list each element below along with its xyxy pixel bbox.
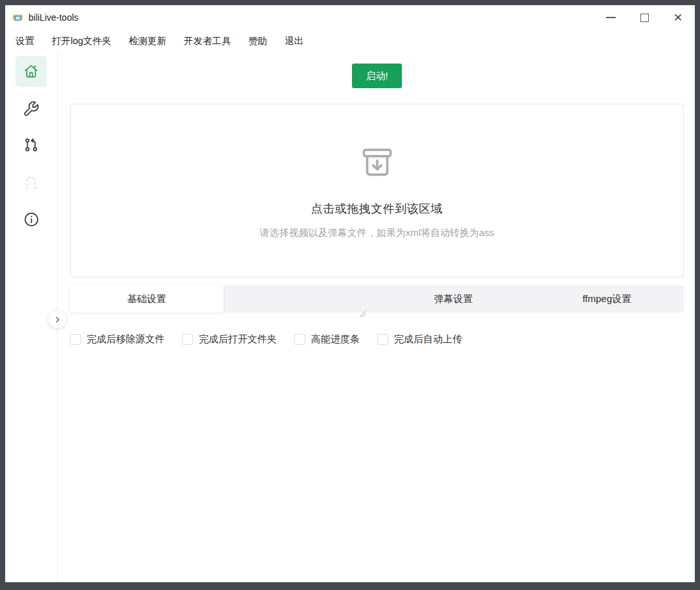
- menu-item-exit[interactable]: 退出: [285, 35, 303, 47]
- option-auto-upload[interactable]: 完成后自动上传: [377, 333, 462, 346]
- main-panel: 启动! 点击或拖拽文件到该区域 请选择视频以及弹幕文件，如果为xml将自动转换为…: [58, 52, 695, 582]
- app-window: biliLive-tools ✕ 设置 打开log文件夹 检测更新 开发者工具 …: [0, 0, 700, 590]
- checkbox-highlight-progressbar[interactable]: [294, 334, 305, 345]
- menu-item-devtools[interactable]: 开发者工具: [184, 35, 231, 47]
- menu-item-check-update[interactable]: 检测更新: [129, 35, 167, 47]
- option-open-folder[interactable]: 完成后打开文件夹: [182, 333, 277, 346]
- checkbox-auto-upload[interactable]: [377, 334, 388, 345]
- dropzone-subtitle: 请选择视频以及弹幕文件，如果为xml将自动转换为ass: [260, 227, 495, 239]
- dropzone-title: 点击或拖拽文件到该区域: [311, 201, 443, 217]
- option-label: 高能进度条: [311, 333, 360, 346]
- info-icon: [23, 211, 40, 228]
- tab-basic-settings[interactable]: 基础设置: [70, 285, 224, 313]
- option-label: 完成后打开文件夹: [199, 333, 277, 346]
- options-row: 完成后移除源文件 完成后打开文件夹 高能进度条 完成后自动上传: [70, 333, 684, 346]
- content-area: 启动! 点击或拖拽文件到该区域 请选择视频以及弹幕文件，如果为xml将自动转换为…: [5, 52, 695, 582]
- minimize-icon: [606, 17, 616, 18]
- checkbox-remove-source[interactable]: [70, 334, 81, 345]
- git-branch-icon: [23, 137, 40, 154]
- maximize-icon: [640, 14, 649, 22]
- chevron-right-icon: [53, 315, 62, 324]
- option-label: 完成后自动上传: [394, 333, 462, 346]
- option-highlight-progressbar[interactable]: 高能进度条: [294, 333, 360, 346]
- wrench-icon: [23, 100, 40, 117]
- option-remove-source[interactable]: 完成后移除源文件: [70, 333, 165, 346]
- menu-item-settings[interactable]: 设置: [16, 35, 34, 47]
- tab-ffmpeg-settings[interactable]: ffmpeg设置: [530, 285, 684, 313]
- titlebar-left: biliLive-tools: [12, 12, 78, 23]
- start-button[interactable]: 启动!: [352, 64, 401, 88]
- sidebar-collapse-handle[interactable]: [49, 311, 66, 328]
- mouse-cursor: [359, 309, 366, 320]
- app-icon: [12, 13, 24, 23]
- minimize-button[interactable]: [594, 5, 627, 30]
- option-label: 完成后移除源文件: [87, 333, 165, 346]
- sidebar-item-tools[interactable]: [16, 93, 47, 124]
- archive-download-icon: [357, 143, 397, 183]
- tabbar-spacer: [224, 285, 377, 313]
- home-icon: [22, 62, 40, 80]
- close-button[interactable]: ✕: [661, 5, 695, 30]
- sidebar-item-cut[interactable]: [16, 167, 47, 198]
- checkbox-open-folder[interactable]: [182, 334, 193, 345]
- menu-item-open-log-folder[interactable]: 打开log文件夹: [52, 35, 111, 47]
- sidebar-item-home[interactable]: [16, 56, 47, 87]
- sidebar-item-pipeline[interactable]: [16, 130, 47, 161]
- file-dropzone[interactable]: 点击或拖拽文件到该区域 请选择视频以及弹幕文件，如果为xml将自动转换为ass: [70, 104, 684, 277]
- maximize-button[interactable]: [627, 5, 661, 30]
- menu-item-sponsor[interactable]: 赞助: [248, 35, 267, 47]
- close-icon: ✕: [673, 12, 682, 23]
- tab-danmaku-settings[interactable]: 弹幕设置: [377, 285, 530, 313]
- sidebar-item-about[interactable]: [16, 204, 47, 235]
- window-controls: ✕: [594, 5, 695, 30]
- window-title: biliLive-tools: [29, 12, 78, 23]
- titlebar: biliLive-tools ✕: [5, 5, 695, 30]
- settings-tabbar: 基础设置 弹幕设置 ffmpeg设置: [70, 285, 684, 313]
- dashed-shape-icon: [21, 172, 41, 192]
- menubar: 设置 打开log文件夹 检测更新 开发者工具 赞助 退出: [5, 30, 695, 52]
